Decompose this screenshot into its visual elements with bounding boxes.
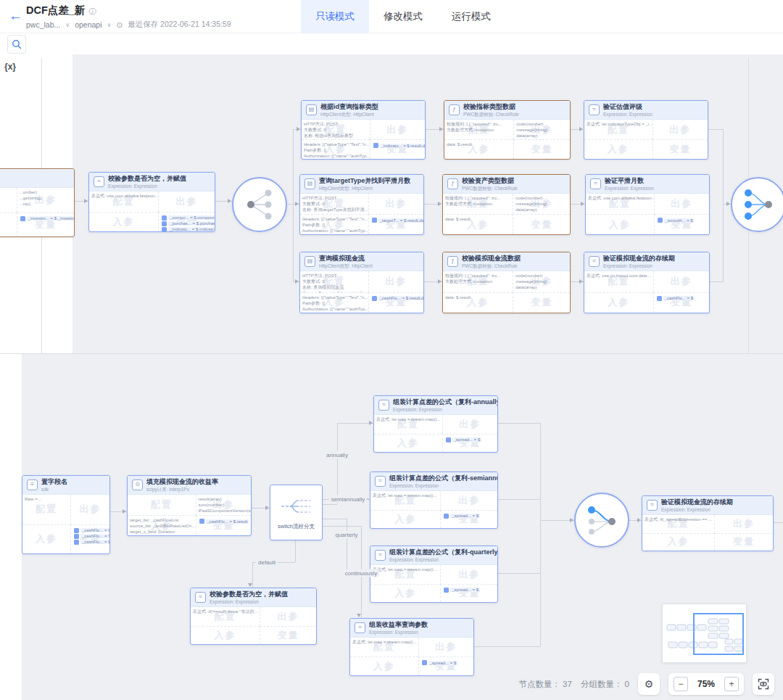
node-config-line: 名称: 根据id查询指标类型 xyxy=(302,133,370,139)
node-title: 填充模拟现金流的收益率 xyxy=(146,478,218,486)
node-config-line: data(array) xyxy=(513,207,570,213)
n-verify-duration-top[interactable]: ≈验证模拟现金流的存续期Expression: Expression配置表达式:… xyxy=(584,252,710,313)
node-cell-bl: 入参target_list: _cashFlowListsource_list:… xyxy=(128,515,196,535)
api-select[interactable]: openapi xyxy=(75,20,102,29)
node-config-line: Headers: [{"valueType":"Text","n... xyxy=(300,295,368,300)
watermark-label: 入参 xyxy=(642,534,714,551)
join-node[interactable] xyxy=(574,493,629,548)
node-title: 置字段名 xyxy=(41,478,67,486)
variable-tag: _cashFlo... = $.result.dat... xyxy=(372,296,424,301)
node-config-line: message(string) xyxy=(513,279,570,284)
zoom-out-button[interactable]: − xyxy=(674,677,688,691)
minimap-viewport[interactable] xyxy=(693,613,744,655)
zoom-in-button[interactable]: + xyxy=(724,677,739,691)
edge-arrowhead xyxy=(369,421,373,425)
n-yield-params[interactable]: ≈组装收益率查询参数Expression: Expression配置表达式: l… xyxy=(349,618,474,676)
watermark-label: 出参 xyxy=(441,491,497,510)
node-config-line: ...ray) xyxy=(17,201,74,207)
n-check-indicator[interactable]: ƒ校验指标类型数据PWC数据校验: CheckRule配置校验规则: [ { "… xyxy=(444,100,571,160)
fork-node[interactable] xyxy=(232,177,287,232)
node-cell-tl: 配置表达式: use cn.hutool.core.date... xyxy=(584,271,653,292)
expression-icon: ≈ xyxy=(355,622,365,633)
node-cell-tr: 出参 xyxy=(418,638,474,656)
node-title: 校验指标类型数据 xyxy=(463,103,519,111)
node-subtitle: HttpClient类型: HttpClient xyxy=(319,186,410,191)
tab-run-mode[interactable]: 运行模式 xyxy=(437,0,505,33)
node-cell-bl: 入参Headers: [{"valueType":"Text","n...Pat… xyxy=(300,292,368,313)
variable-icon xyxy=(444,514,449,519)
node-header: ≈校验参数是否为空，并赋值Expression: Expression xyxy=(89,173,215,192)
search-button[interactable] xyxy=(7,35,26,54)
watermark-label: 入参 xyxy=(374,435,442,453)
watermark-label: 出参 xyxy=(653,120,708,139)
node-config-lines: Headers: [{"valueType":"Text","n...Path参… xyxy=(300,215,368,234)
node-config-line: 校验规则: [ { "required": tru... xyxy=(443,195,513,201)
edge-arrowhead xyxy=(248,583,252,587)
variable-icon xyxy=(162,215,167,221)
n-verify-rating[interactable]: ≈验证估值评级Expression: Expression配置表达式: let … xyxy=(584,100,708,160)
tab-edit-mode[interactable]: 修改模式 xyxy=(369,0,437,33)
scipy-icon: ⊙ xyxy=(132,479,143,490)
n-check-params-bottom[interactable]: ≈校验参数是否为空，并赋值Expression: Expression配置表达式… xyxy=(190,588,317,645)
n-formula-semiannually[interactable]: ≈组装计算点差的公式（复利-semiannually）Expression: E… xyxy=(370,472,498,529)
tab-readonly-mode[interactable]: 只读模式 xyxy=(301,0,369,33)
minimap[interactable] xyxy=(662,604,747,663)
node-cell-bl: 入参 xyxy=(370,510,440,529)
flow-edge xyxy=(321,526,361,527)
node-body: 配置HTTP方法: POST失败重试: 0名称: 根据id查询指标类型Conne… xyxy=(302,120,425,159)
node-body: 配置表达式: use com.alibaba.fastjson...出参入参变量… xyxy=(586,194,709,234)
flow-canvas[interactable]: {x} 节点数量： 37 分组数量： 0 ⚙ − 75% xyxy=(0,54,783,700)
watermark-label: 出参 xyxy=(159,192,215,212)
node-body: 配置Rate =...出参入参变量_cashFlo... = InterestR… xyxy=(22,495,109,553)
expression-icon: ≈ xyxy=(378,400,389,411)
node-title: 查询targetType并找到平滑月数 xyxy=(319,177,410,185)
node-body: 配置表达式: if(!==null) throw "非法的...出参入参变量 xyxy=(191,607,316,644)
node-config-line: 表达式: use com.alibaba.fastjson... xyxy=(89,193,158,199)
workspace-select[interactable]: pwc_lab... xyxy=(26,20,60,29)
node-config-lines: code(number)message(string)data(array) xyxy=(513,194,570,213)
join-node[interactable] xyxy=(731,177,783,232)
httpclient-icon: ▤ xyxy=(304,256,315,267)
node-cell-tr: 出参 xyxy=(652,120,708,139)
node-header: ▤查询targetType并找到平滑月数HttpClient类型: HttpCl… xyxy=(300,175,423,194)
n-verify-duration-bottom[interactable]: ≈验证模拟现金流的存续期Expression: Expression配置表达式:… xyxy=(642,495,774,551)
variable-icon xyxy=(20,216,25,221)
watermark-label: 出参 xyxy=(715,515,773,533)
node-config-lines: data: $.result xyxy=(443,293,513,300)
node-header-text: 查询模拟现金流HttpClient类型: HttpClient xyxy=(319,255,373,268)
n-left-cut[interactable]: ƒ配置出参...umber)...ge(string)...ray)入参变量_i… xyxy=(0,168,75,237)
variables-badge[interactable]: {x} xyxy=(4,62,16,72)
watermark-label: 入参 xyxy=(350,657,418,675)
node-cell-br: 变量 xyxy=(513,214,570,234)
n-http-targettype[interactable]: ▤查询targetType并找到平滑月数HttpClient类型: HttpCl… xyxy=(299,174,424,235)
node-cell-tl: 配置表达式: let map = stream.map()... xyxy=(370,491,440,510)
variable-tag-text: _investm... = $._investm... xyxy=(27,216,74,221)
node-cell-br: 变量_spread... = $ xyxy=(440,584,497,603)
node-config-line: HTTP方法: POST xyxy=(300,195,368,201)
n-set-field[interactable]: ≡置字段名sdk配置Rate =...出参入参变量_cashFlo... = I… xyxy=(22,475,110,554)
variable-tag-text: _targetT... = $.result.data xyxy=(378,218,424,223)
n-check-cashflow[interactable]: ƒ校验模拟现金流数据PWC数据校验: CheckRule配置校验规则: [ { … xyxy=(442,252,571,313)
n-fill-yield[interactable]: ⊙填充模拟现金流的收益率scipy计算: interp1Px配置出参result… xyxy=(127,475,252,536)
fit-view-button[interactable] xyxy=(753,673,774,695)
n-verify-smooth[interactable]: ≈验证平滑月数Expression: Expression配置表达式: use … xyxy=(585,174,710,235)
expression-icon: ≈ xyxy=(590,178,601,189)
variable-tag-text: _spread... = $ xyxy=(452,437,482,442)
n-check-params-top[interactable]: ≈校验参数是否为空，并赋值Expression: Expression配置表达式… xyxy=(88,172,215,232)
watermark-label: 入参 xyxy=(370,511,440,529)
n-formula-annually[interactable]: ≈组装计算点差的公式（复利-annually）Expression: Expre… xyxy=(373,395,498,453)
n-http-cashflow[interactable]: ▤查询模拟现金流HttpClient类型: HttpClient配置HTTP方法… xyxy=(299,252,424,313)
expression-icon: ≈ xyxy=(375,550,386,561)
n-formula-quarterly[interactable]: ≈组装计算点差的公式（复利-quarterly）Expression: Expr… xyxy=(370,545,498,603)
n-http-indicator[interactable]: ▤根据id查询指标类型HttpClient类型: HttpClient配置HTT… xyxy=(301,100,426,160)
back-button[interactable]: ← xyxy=(9,8,22,24)
info-icon[interactable]: ⓘ xyxy=(88,7,96,15)
edge-arrowhead xyxy=(295,279,299,284)
n-check-asset[interactable]: ƒ校验资产类型数据PWC数据校验: CheckRule配置校验规则: [ { "… xyxy=(442,174,571,235)
node-cell-tr: 出参code(number)message(string)data(array) xyxy=(513,271,570,292)
n-switch[interactable]: switch流程分支 xyxy=(270,485,323,540)
variable-icon xyxy=(199,519,204,524)
edge-arrowhead xyxy=(581,202,584,206)
node-cell-tl: 配置HTTP方法: POST失败重试: 0名称: 查询模拟现金流ConnectT… xyxy=(300,271,368,292)
settings-button[interactable]: ⚙ xyxy=(638,673,660,695)
